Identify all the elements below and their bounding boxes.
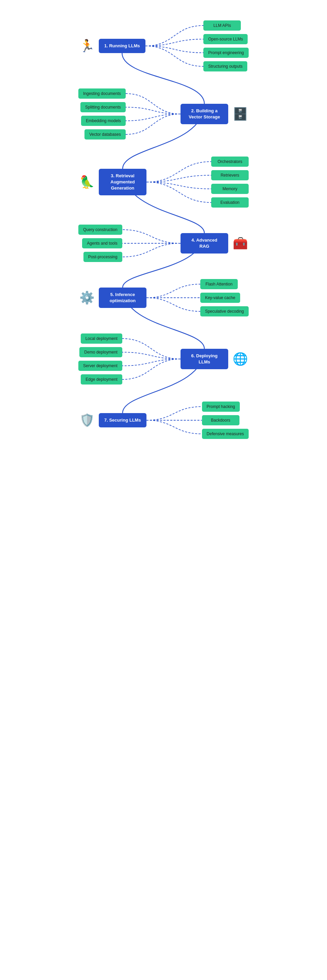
leaf-node: Prompt engineering [203,48,249,58]
leaf-node: Key-value cache [200,293,240,303]
leaf-node: Embedding models [81,116,126,126]
leaf-node: Defensive measures [202,429,249,439]
section-icon-s3: 🦜 [78,175,96,189]
leaves-s4: Query constructionAgents and toolsPost-p… [78,224,122,262]
leaves-s6: Local deploymentDemo deploymentServer de… [78,334,122,385]
leaf-node: Ingesting documents [78,89,126,99]
section-s4: Query constructionAgents and toolsPost-p… [78,221,249,266]
leaf-node: Prompt hacking [202,401,240,412]
roadmap-container: 🏃1. Running LLMsLLM APIsOpen-source LLMs… [78,17,249,442]
leaf-node: Query construction [78,224,122,235]
section-icon-s5: ⚙️ [78,291,96,305]
leaf-node: Backdoors [202,415,239,425]
center-node: 4. Advanced RAG [180,233,228,253]
section-icon-s2: 🗄️ [231,107,249,121]
section-icon-s4: 🧰 [231,236,249,250]
section-s1: 🏃1. Running LLMsLLM APIsOpen-source LLMs… [78,17,249,75]
leaf-node: Local deployment [81,334,122,344]
leaf-node: Edge deployment [81,374,122,385]
center-node: 6. Deploying LLMs [180,349,228,369]
center-node: 7. Securing LLMs [99,413,147,427]
leaf-node: Structuring outputs [203,61,247,72]
leaves-s3: OrchestratorsRetrieversMemoryEvaluation [211,156,249,208]
leaves-s1: LLM APIsOpen-source LLMsPrompt engineeri… [203,21,249,72]
leaf-node: Evaluation [211,197,249,208]
section-s7: 🛡️7. Securing LLMsPrompt hackingBackdoor… [78,398,249,442]
center-node: 2. Building a Vector Storage [180,104,228,124]
center-node: 5. Inference optimization [99,288,147,308]
leaf-node: Demo deployment [79,347,122,357]
leaf-node: Speculative decoding [200,306,249,317]
leaf-node: Vector databases [85,129,126,140]
center-node: 1. Running LLMs [99,39,145,53]
leaf-node: Memory [211,184,249,194]
leaf-node: Agents and tools [82,238,122,248]
center-node: 3. Retrieval Augmented Generation [99,169,147,196]
section-s2: Ingesting documentsSplitting documentsEm… [78,85,249,143]
leaf-node: Splitting documents [80,102,126,112]
leaf-node: Retrievers [211,170,249,180]
leaf-node: Open-source LLMs [203,34,248,44]
leaf-node: Flash Attention [200,279,238,289]
section-s5: ⚙️5. Inference optimizationFlash Attenti… [78,275,249,320]
leaves-s7: Prompt hackingBackdoorsDefensive measure… [202,401,249,439]
section-s6: Local deploymentDemo deploymentServer de… [78,330,249,388]
leaf-node: Post-processing [83,252,122,262]
leaves-s5: Flash AttentionKey-value cacheSpeculativ… [200,279,249,317]
leaf-node: Orchestrators [211,156,249,167]
leaf-node: Server deployment [78,361,122,371]
leaf-node: LLM APIs [203,21,241,30]
leaves-s2: Ingesting documentsSplitting documentsEm… [78,89,126,140]
section-icon-s7: 🛡️ [78,413,96,427]
section-icon-s6: 🌐 [231,352,249,366]
section-s3: 🦜3. Retrieval Augmented GenerationOrches… [78,153,249,211]
section-icon-s1: 🏃 [78,39,96,53]
